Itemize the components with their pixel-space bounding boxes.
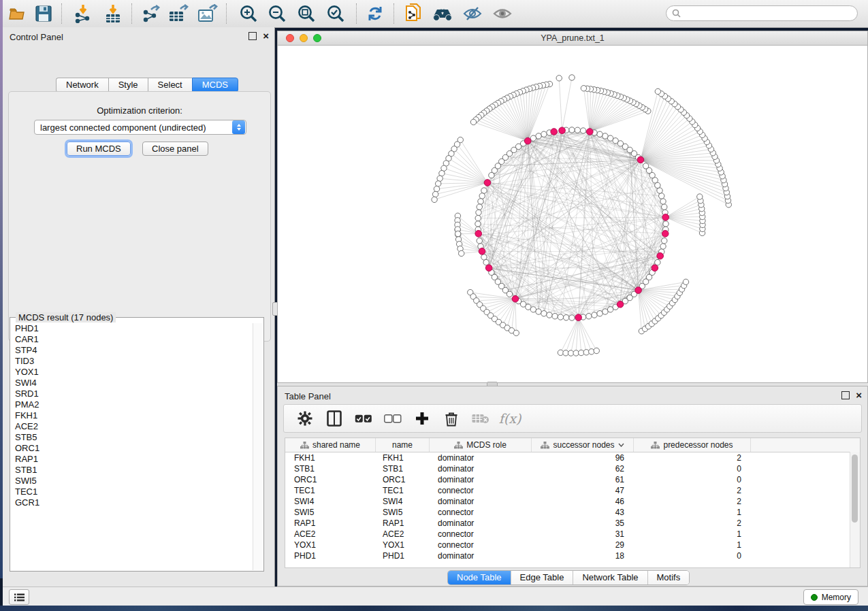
mcds-result-item[interactable]: ORC1 <box>11 443 253 454</box>
close-panel-button[interactable]: Close panel <box>142 142 208 156</box>
table-row[interactable]: ORC1ORC1dominator610 <box>285 474 860 485</box>
zoom-selected-icon[interactable] <box>325 3 347 24</box>
mcds-result-item[interactable]: STB5 <box>11 432 253 443</box>
table-cell[interactable]: FKH1 <box>376 452 430 463</box>
table-cell[interactable]: dominator <box>430 496 532 507</box>
table-cell[interactable]: 1 <box>634 540 751 550</box>
tab-network[interactable]: Network <box>56 78 108 93</box>
mcds-result-item[interactable]: TEC1 <box>11 486 253 497</box>
table-cell[interactable]: 61 <box>532 474 634 485</box>
search-network-icon[interactable] <box>432 3 453 24</box>
table-cell[interactable]: SWI5 <box>285 507 376 518</box>
table-row[interactable]: RAP1RAP1dominator352 <box>285 518 860 529</box>
table-cell[interactable]: dominator <box>430 463 532 474</box>
table-cell[interactable]: 1 <box>634 529 751 540</box>
table-cell[interactable]: 2 <box>634 452 751 463</box>
zoom-out-icon[interactable] <box>266 3 288 24</box>
import-network-icon[interactable] <box>72 3 94 24</box>
table-scrollbar[interactable] <box>850 452 860 567</box>
mcds-result-item[interactable]: PHD1 <box>11 323 253 334</box>
tab-mcds[interactable]: MCDS <box>192 78 238 93</box>
mcds-result-item[interactable]: RAP1 <box>11 454 253 465</box>
tab-select[interactable]: Select <box>148 78 192 93</box>
table-cell[interactable]: ACE2 <box>376 529 430 540</box>
export-network-icon[interactable] <box>140 3 162 24</box>
table-cell[interactable]: 18 <box>532 550 634 561</box>
table-cell[interactable]: SWI4 <box>285 496 376 507</box>
mcds-result-item[interactable]: ACE2 <box>11 421 253 432</box>
tab-motifs[interactable]: Motifs <box>648 571 690 584</box>
mcds-result-item[interactable]: SWI4 <box>11 378 253 389</box>
search-input[interactable] <box>684 8 857 19</box>
table-cell[interactable]: YOX1 <box>285 540 376 550</box>
mcds-result-item[interactable]: STP4 <box>11 345 253 356</box>
table-row[interactable]: FKH1FKH1dominator962 <box>285 452 860 463</box>
table-cell[interactable]: PHD1 <box>376 550 430 561</box>
mcds-result-item[interactable]: CAR1 <box>11 334 253 345</box>
mcds-result-item[interactable]: SRD1 <box>11 389 253 399</box>
table-row[interactable]: TEC1TEC1connector472 <box>285 485 860 496</box>
table-cell[interactable]: STB1 <box>285 463 376 474</box>
zoom-in-icon[interactable] <box>238 3 259 24</box>
table-row[interactable]: PHD1PHD1dominator180 <box>285 550 860 561</box>
network-window-titlebar[interactable]: YPA_prune.txt_1 <box>278 31 867 46</box>
table-cell[interactable]: PHD1 <box>285 550 376 561</box>
table-cell[interactable]: 31 <box>532 529 634 540</box>
table-cell[interactable]: dominator <box>430 452 532 463</box>
table-cell[interactable]: connector <box>430 507 532 518</box>
export-image-icon[interactable] <box>197 3 219 24</box>
table-cell[interactable]: STB1 <box>376 463 430 474</box>
table-cell[interactable]: ORC1 <box>376 474 430 485</box>
table-cell[interactable]: 35 <box>532 518 634 529</box>
table-cell[interactable]: 62 <box>532 463 634 474</box>
close-panel-icon[interactable]: × <box>263 33 269 39</box>
zoom-fit-icon[interactable] <box>295 3 317 24</box>
close-table-panel-icon[interactable]: × <box>856 392 862 399</box>
table-cell[interactable]: 46 <box>532 496 634 507</box>
import-table-icon[interactable] <box>102 3 124 24</box>
column-header-mcds-role[interactable]: MCDS role <box>430 438 532 452</box>
column-header-shared-name[interactable]: shared name <box>285 438 376 452</box>
table-cell[interactable]: dominator <box>430 518 532 529</box>
add-column-icon[interactable] <box>413 410 431 427</box>
network-graph-canvas[interactable] <box>278 45 866 382</box>
mcds-result-item[interactable]: STB1 <box>11 465 253 476</box>
settings-gear-icon[interactable] <box>296 410 314 427</box>
deselect-all-icon[interactable] <box>384 410 402 427</box>
open-session-icon[interactable] <box>7 3 29 24</box>
table-scrollbar-thumb[interactable] <box>852 455 858 523</box>
table-cell[interactable]: 2 <box>634 518 751 529</box>
apply-function-icon[interactable]: f(x) <box>501 410 519 427</box>
memory-button[interactable]: Memory <box>803 589 858 605</box>
table-cell[interactable]: 0 <box>634 463 751 474</box>
table-cell[interactable]: RAP1 <box>285 518 376 529</box>
table-cell[interactable]: YOX1 <box>376 540 430 550</box>
float-table-panel-icon[interactable] <box>841 391 850 399</box>
delete-table-icon[interactable] <box>472 410 489 427</box>
save-session-icon[interactable] <box>33 3 54 24</box>
mcds-result-item[interactable]: FKH1 <box>11 410 253 421</box>
table-cell[interactable]: 29 <box>532 540 634 550</box>
mcds-list-scrollbar[interactable] <box>253 323 263 570</box>
table-row[interactable]: ACE2ACE2connector311 <box>285 529 860 540</box>
table-cell[interactable]: FKH1 <box>285 452 376 463</box>
table-cell[interactable]: 2 <box>634 485 751 496</box>
tab-edge-table[interactable]: Edge Table <box>511 571 574 584</box>
delete-column-icon[interactable] <box>443 410 460 427</box>
float-panel-icon[interactable] <box>248 32 257 40</box>
select-all-icon[interactable] <box>355 410 372 427</box>
table-cell[interactable]: dominator <box>430 550 532 561</box>
optimization-criterion-select[interactable]: largest connected component (undirected) <box>34 120 246 135</box>
table-cell[interactable]: connector <box>430 529 532 540</box>
table-row[interactable]: SWI5SWI5connector431 <box>285 507 860 518</box>
table-row[interactable]: SWI4SWI4dominator462 <box>285 496 860 507</box>
table-cell[interactable]: TEC1 <box>376 485 430 496</box>
refresh-icon[interactable] <box>364 3 386 24</box>
mcds-result-item[interactable]: TID3 <box>11 356 253 367</box>
table-cell[interactable]: 96 <box>532 452 634 463</box>
show-panels-eye-icon[interactable] <box>492 3 513 24</box>
table-row[interactable]: STB1STB1dominator620 <box>285 463 860 474</box>
table-cell[interactable]: connector <box>430 540 532 550</box>
table-cell[interactable]: 0 <box>634 474 751 485</box>
network-search-box[interactable] <box>666 5 858 21</box>
